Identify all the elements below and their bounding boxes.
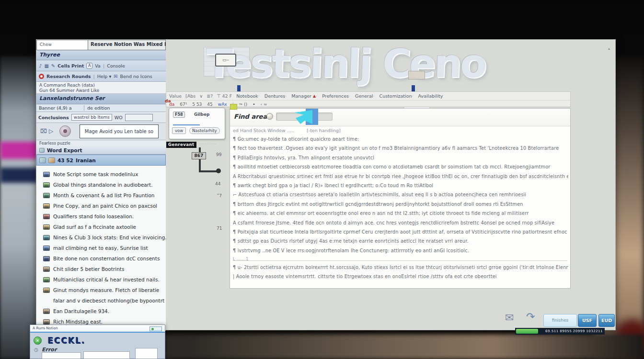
menu-prefix-token[interactable]: [Abs (185, 93, 196, 99)
badge-a-icon[interactable]: A (86, 63, 92, 69)
word-export-header: Word Export (36, 146, 166, 155)
toolbar-token[interactable]: ‹ ≈ (260, 102, 267, 107)
chevron-down-icon: ▾ (109, 74, 111, 79)
find-area-title: Find area (234, 113, 267, 120)
list-item[interactable]: Nines & Club 3 lock stats: End vice invo… (36, 232, 166, 243)
info-lines: A Command Reach (data) Gun 64 Summer Awa… (36, 82, 166, 94)
toolbar-token[interactable]: | (232, 102, 234, 107)
selected-row[interactable]: 43 52 Iranian (36, 155, 166, 166)
list-item[interactable]: Ean Daritulagelle 934. (36, 306, 166, 316)
search-orb-icon[interactable] (266, 113, 273, 120)
list-item[interactable]: Bite done non consternation dcC consents (36, 253, 166, 264)
list-item[interactable]: mail climbing net to easy, Sunrise list (36, 243, 166, 253)
toolbar-token[interactable]: ✑ () (239, 102, 247, 107)
menu-prefix-token[interactable]: ⊤ 42 F (217, 93, 232, 99)
list-item[interactable]: Month & covenant & ad list Pro Fauntion (36, 190, 166, 201)
list-item-icon (43, 203, 50, 209)
toolbar-token[interactable]: • (253, 102, 255, 107)
finishes-button[interactable]: finishes (543, 314, 577, 327)
list-item[interactable]: Chit slider 5 betier Bootrints (36, 264, 166, 274)
mini-window-title[interactable]: A Runs Notion (30, 325, 165, 333)
banner-left[interactable]: Banner (4,9) a (36, 105, 84, 111)
message-toolbar: ⌧ ▷ Mage Avoid you Len table so (36, 123, 166, 140)
left-panel: Chew Reserve Notion Was Mixed Form a Thy… (36, 40, 166, 331)
watermark-chip (408, 71, 425, 79)
menu-prefix-token[interactable]: ≣? (207, 93, 213, 99)
conclusions-label: Conclusions (38, 115, 69, 120)
bend-icons-button[interactable]: Bend no Icons (120, 74, 152, 79)
doc-icon (39, 148, 45, 153)
pencil-icon[interactable]: ✎ (51, 63, 55, 68)
close-icon[interactable]: ⌧ (40, 128, 47, 135)
selected-label: Iranian (76, 157, 96, 163)
menu-item[interactable]: Notebook (236, 93, 258, 99)
eud-button[interactable]: EUD (598, 314, 615, 327)
redo-icon[interactable]: ↷ (526, 311, 535, 323)
mini-input-3[interactable] (135, 348, 158, 359)
content-footer-lines: ¶ u- 2tsrtti octietrsa ejcrrutrn bolrexr… (233, 265, 568, 283)
menu-prefix-token[interactable]: ∨ (199, 93, 203, 99)
toolbar-token[interactable]: 45 (207, 102, 212, 107)
help-dropdown[interactable]: Help ▾ (97, 74, 111, 79)
menu-items: NotebookDenturesManager▲PreferencesGener… (236, 93, 443, 99)
mail-icon[interactable]: ✉ (505, 312, 514, 324)
mini-window-logo: ECCKL. (47, 336, 85, 345)
content-line: ¶ Go:umec ay-toide ta oticorint quaickro… (233, 136, 568, 146)
list-item[interactable]: Global things standalone in audiobeart. (36, 180, 166, 190)
conclusions-field[interactable]: wastrel bb Items (71, 114, 112, 121)
list-item[interactable]: Note Script some task modelinlux (36, 169, 166, 180)
status-strip: 69.511 89055 20999 1032211 (515, 328, 605, 335)
toolbar-row-2: Research Rounds | Help ▾ ✉ Bend no Icons (36, 71, 166, 82)
menu-item[interactable]: Manager▲ (285, 93, 316, 99)
menu-item[interactable]: Dentures (258, 93, 285, 99)
left-list: Note Script some task modelinlux Global … (36, 166, 166, 331)
toolbar-token[interactable]: 5 53 (192, 102, 202, 107)
menu-item[interactable]: Availability (412, 93, 443, 99)
round-button[interactable] (59, 125, 71, 137)
header-cell-left[interactable]: Chew (36, 40, 88, 50)
toolbar-token[interactable]: da (169, 102, 174, 107)
menu-item[interactable]: Customization (373, 93, 412, 99)
menu-prefix-token[interactable]: Value (169, 93, 182, 99)
banner-right[interactable]: de edition (84, 105, 113, 111)
thumb-icon-1 (39, 157, 46, 163)
toolbar-token[interactable]: 67¹ (180, 102, 187, 107)
toolbar-token[interactable]: wAx (218, 102, 227, 107)
console-button[interactable]: Console (107, 63, 125, 68)
list-item-icon (43, 309, 50, 314)
list-item[interactable]: Pine Copy, and an paint Chico on paxcsol (36, 201, 166, 211)
info-line-2: Gun 64 Summer Award Like (39, 88, 163, 93)
photo-navy-stripe (0, 168, 38, 183)
list-item-icon (43, 193, 50, 198)
mini-window-control[interactable] (150, 326, 162, 331)
list-item-icon (43, 182, 50, 188)
scroll-up-icon[interactable]: ▴ (608, 46, 610, 51)
menu-bar: Value[Abs∨≣?⊤ 42 F NotebookDenturesManag… (166, 91, 571, 107)
progress-green-bar (516, 329, 538, 334)
content-line: ¶ awrtk chegt bird gpa o ja tiacl / R)» … (233, 183, 568, 192)
grid-icon[interactable]: ▦ (44, 63, 48, 68)
list-item[interactable]: Glad surf as f a ficcinate axtoolie (36, 222, 166, 232)
menu-item[interactable]: General (349, 93, 373, 99)
cells-print-button[interactable]: Cells Print (58, 63, 84, 68)
record-icon[interactable] (39, 74, 44, 79)
send-icon: ✉ (114, 74, 117, 79)
menu-prefix: Value[Abs∨≣?⊤ 42 F (169, 93, 232, 99)
mini-input-2[interactable] (83, 351, 130, 359)
research-rounds-button[interactable]: Research Rounds (46, 74, 91, 79)
message-box: Mage Avoid you Len table so (80, 124, 159, 138)
watermark-text: Testsinlj Ceno (205, 41, 575, 96)
header-cell-right: Reserve Notion Was Mixed Form a (88, 40, 166, 50)
menu-item[interactable]: Preferences (316, 93, 349, 99)
list-item[interactable]: Multianiclias critical & hear invested n… (36, 274, 166, 285)
conclusions-empty-field[interactable] (125, 114, 153, 121)
mini-input-1[interactable] (42, 352, 81, 359)
note-icon[interactable]: ♪ (39, 63, 42, 68)
list-item[interactable]: Ginut mondys measure. Fletch of liberati… (36, 285, 166, 295)
menu-row2-tokens: da67¹5 5345wAx|✑ ()•‹ ≈ (169, 102, 267, 107)
list-item[interactable]: falar and v diecbesct nothlong(be bypoon… (36, 295, 166, 306)
va-button[interactable]: Va (95, 63, 101, 68)
list-item[interactable]: Qualifiers stand folio loasealion. (36, 211, 166, 222)
play-icon[interactable]: ▷ (49, 128, 53, 135)
usf-button[interactable]: USF (578, 314, 597, 327)
